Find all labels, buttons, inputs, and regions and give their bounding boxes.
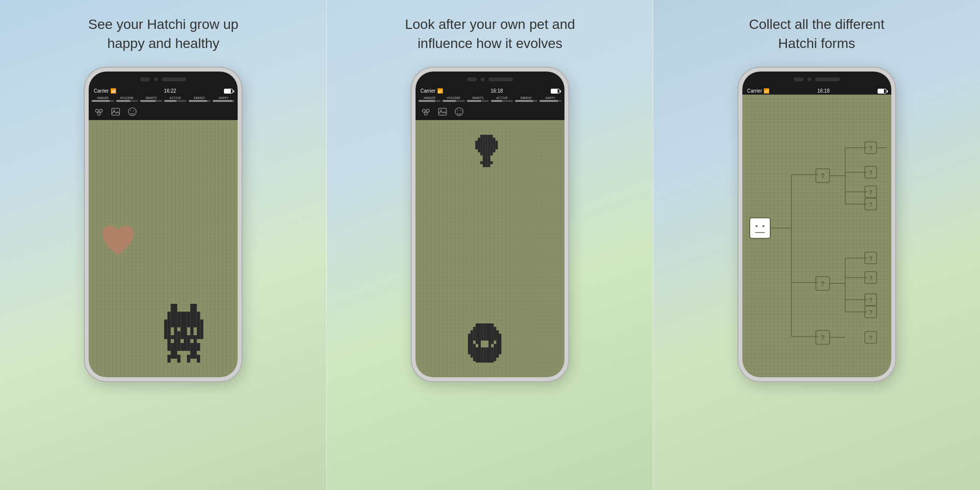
stat-energy-label-1: ENERGY	[194, 96, 205, 99]
stat-active-fill-1	[164, 100, 176, 102]
status-bar-1: Carrier 📶 16:22	[89, 87, 238, 95]
svg-point-18	[762, 225, 764, 227]
stat-hunger-2: HUNGER	[418, 96, 441, 102]
stat-happy-label-2: HAPPY	[546, 96, 556, 99]
svg-point-0	[96, 109, 98, 112]
stat-energy-bg-1	[189, 100, 211, 102]
nav-mood-icon-2[interactable]	[454, 106, 465, 117]
app-content-3: ? ? ? ?	[742, 95, 891, 377]
status-right-3	[878, 89, 886, 94]
stat-happy-bg-1	[213, 100, 235, 102]
game-area-1	[89, 120, 238, 377]
stat-hygiene-fill-2	[442, 100, 456, 102]
svg-text:?: ?	[869, 309, 873, 316]
wifi-icon-2: 📶	[437, 88, 443, 94]
camera-dot-1	[154, 77, 158, 81]
stat-energy-1: ENERGY	[189, 96, 211, 102]
svg-text:?: ?	[869, 169, 873, 176]
svg-point-9	[426, 109, 429, 112]
battery-fill-3	[878, 89, 884, 93]
phone-3: Carrier 📶 16:18	[738, 68, 895, 381]
svg-point-1	[99, 109, 102, 112]
game-area-2	[416, 120, 564, 377]
stat-energy-bg-2	[515, 100, 537, 102]
phone-top-2	[416, 72, 564, 87]
panel-3: Collect all the differentHatchi forms Ca…	[653, 0, 980, 490]
stat-energy-fill-1	[189, 100, 208, 102]
stat-happy-2: HAPPY	[539, 96, 562, 102]
app-content-2: HUNGER HYGIENE SMARTS	[416, 95, 564, 377]
panel-2-title: Look after your own pet andinfluence how…	[405, 15, 575, 53]
nav-pets-icon-2[interactable]	[420, 106, 431, 117]
pet-baby-2	[475, 135, 505, 174]
wifi-icon-1: 📶	[110, 88, 116, 94]
stat-active-bg-2	[491, 100, 513, 102]
stat-happy-1: HAPPY	[213, 96, 235, 102]
stat-energy-fill-2	[515, 100, 533, 102]
stat-hygiene-1: HYGIENE	[116, 96, 138, 102]
front-camera-1	[140, 77, 150, 81]
stat-hunger-fill-2	[418, 100, 435, 102]
front-camera-3	[794, 77, 804, 81]
carrier-label-2: Carrier	[420, 88, 436, 94]
panel-1: See your Hatchi grow uphappy and healthy…	[0, 0, 327, 490]
battery-fill-2	[551, 89, 558, 93]
carrier-label-1: Carrier	[94, 88, 109, 94]
panel-3-title: Collect all the differentHatchi forms	[749, 15, 884, 53]
svg-text:?: ?	[869, 334, 873, 342]
svg-text:?: ?	[869, 145, 873, 152]
status-bar-2: Carrier 📶 16:18	[416, 87, 564, 95]
evolution-tree: ? ? ? ?	[742, 95, 891, 377]
stat-smarts-label-1: SMARTS	[146, 96, 157, 99]
nav-mood-icon-1[interactable]	[127, 106, 138, 117]
battery-icon-3	[878, 89, 886, 94]
svg-text:?: ?	[869, 255, 873, 262]
pet-creature-1	[164, 304, 223, 368]
svg-point-8	[422, 109, 425, 112]
status-left-2: Carrier 📶	[420, 88, 443, 94]
phone-1: Carrier 📶 16:22 HUNGER H	[85, 68, 242, 381]
phone-2: Carrier 📶 16:18 HUNGER HYGIENE	[412, 68, 568, 381]
stat-hunger-bg-2	[418, 100, 441, 102]
pet-evolved-2	[468, 323, 512, 363]
stat-active-fill-2	[491, 100, 502, 102]
status-right-1	[224, 89, 233, 94]
stat-happy-fill-1	[213, 100, 233, 102]
nav-icons-1	[89, 103, 238, 120]
stats-bar-1: HUNGER HYGIENE SMARTS	[89, 95, 238, 103]
stat-smarts-1: SMARTS	[140, 96, 162, 102]
stat-hunger-label-1: HUNGER	[97, 96, 108, 99]
stat-hunger-fill-1	[92, 100, 109, 102]
stat-energy-2: ENERGY	[515, 96, 537, 102]
time-3: 16:18	[817, 88, 830, 94]
stat-hunger-bg-1	[92, 100, 114, 102]
phone-top-3	[742, 72, 891, 87]
svg-text:?: ?	[869, 274, 873, 282]
nav-gallery-icon-1[interactable]	[110, 106, 121, 117]
panel-2: Look after your own pet andinfluence how…	[327, 0, 654, 490]
heart-decoration-1	[98, 223, 138, 262]
nav-pets-icon-1[interactable]	[94, 106, 104, 117]
stat-happy-bg-2	[539, 100, 562, 102]
panel-1-title: See your Hatchi grow uphappy and healthy	[88, 15, 239, 53]
stat-active-label-1: ACTIVE	[170, 96, 181, 99]
stat-hygiene-bg-2	[442, 100, 465, 102]
stat-active-label-2: ACTIVE	[496, 96, 508, 99]
svg-text:?: ?	[869, 189, 873, 196]
status-bar-3: Carrier 📶 16:18	[742, 87, 891, 95]
svg-text:?: ?	[869, 296, 873, 304]
camera-dot-2	[481, 77, 485, 81]
svg-point-6	[130, 110, 131, 111]
svg-rect-3	[112, 108, 120, 115]
time-2: 16:18	[490, 88, 503, 94]
stats-bar-2: HUNGER HYGIENE SMARTS	[416, 95, 564, 103]
stat-hunger-1: HUNGER	[92, 96, 114, 102]
svg-rect-16	[750, 218, 770, 239]
phone-top-1	[89, 72, 238, 87]
camera-dot-3	[808, 77, 811, 81]
status-left-3: Carrier 📶	[747, 88, 770, 94]
speaker-1	[162, 77, 186, 81]
nav-gallery-icon-2[interactable]	[437, 106, 448, 117]
stat-happy-fill-2	[539, 100, 559, 102]
stat-smarts-label-2: SMARTS	[472, 96, 484, 99]
